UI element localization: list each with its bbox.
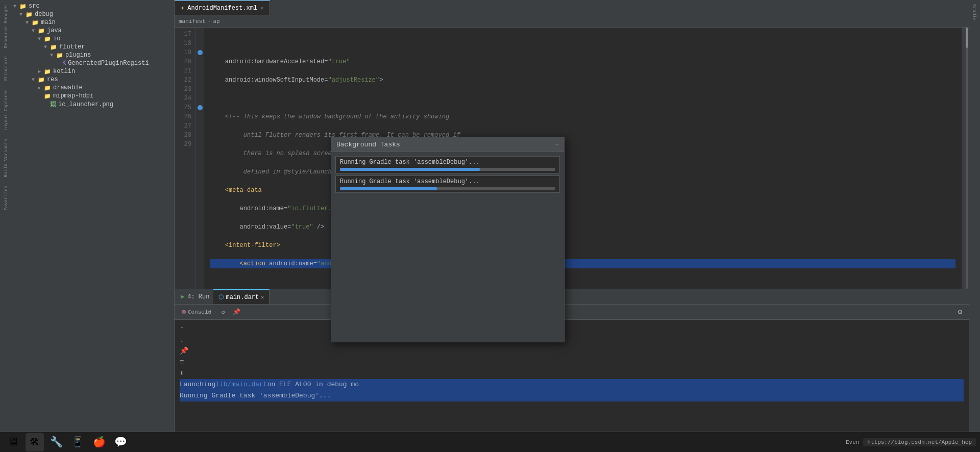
tree-item-kotlin[interactable]: ▶ 📁 kotlin <box>11 67 174 76</box>
folder-icon-res: 📁 <box>38 77 45 83</box>
tree-label-kotlin: kotlin <box>53 68 75 75</box>
tree-label-res: res <box>47 76 58 83</box>
editor-tabs-bar: ✦ AndroidManifest.xml ✕ <box>175 0 969 15</box>
tree-item-src[interactable]: ▼ 📁 src <box>11 2 174 10</box>
code-line-18: android:hardwareAccelerated="true" <box>210 57 955 66</box>
tree-item-java[interactable]: ▼ 📁 java <box>11 27 174 35</box>
run-tab-close[interactable]: ✕ <box>261 294 264 300</box>
run-tab-main-dart[interactable]: ⬡ main.dart ✕ <box>213 289 270 304</box>
tree-item-main[interactable]: ▼ 📁 main <box>11 18 174 27</box>
editor-tab-close[interactable]: ✕ <box>260 5 263 11</box>
code-line-17 <box>210 39 955 48</box>
tree-item-generated[interactable]: K GeneratedPluginRegisti <box>11 59 174 67</box>
scroll-gutter <box>962 28 969 289</box>
tree-item-io[interactable]: ▼ 📁 io <box>11 35 174 43</box>
run-panel: ▶ 4: Run ⬡ main.dart ✕ ■ ⬡ Console <box>175 289 969 440</box>
tree-item-drawable[interactable]: ▶ 📁 drawable <box>11 84 174 92</box>
tree-label-debug: debug <box>35 11 53 18</box>
rerun-button[interactable]: ⚡ <box>204 307 215 318</box>
editor-tab-manifest[interactable]: ✦ AndroidManifest.xml ✕ <box>175 0 270 15</box>
modal-close-button[interactable]: − <box>555 140 559 148</box>
tree-label-generated: GeneratedPluginRegisti <box>68 60 149 67</box>
modal-body: Running Gradle task 'assembleDebug'... R… <box>331 152 564 199</box>
editor-tab-manifest-label: AndroidManifest.xml <box>187 5 257 12</box>
tree-arrow-src: ▼ <box>13 4 19 9</box>
code-line-22: until Flutter renders its first frame. I… <box>210 131 955 140</box>
tree-label-java: java <box>47 27 62 34</box>
run-label: ▶ 4: Run <box>177 289 213 304</box>
taskbar-app4[interactable]: 🍎 <box>90 433 108 451</box>
console-list: ≡ <box>180 357 964 368</box>
tree-item-flutter[interactable]: ▼ 📁 flutter <box>11 43 174 51</box>
side-panel-gradle[interactable]: Gradle <box>969 0 980 24</box>
code-line-28: <intent-filter> <box>210 241 955 250</box>
tree-item-res[interactable]: ▼ 📁 res <box>11 76 174 84</box>
tree-item-debug[interactable]: ▼ 📁 debug <box>11 10 174 18</box>
console-tab[interactable]: ⬡ Console <box>191 307 202 318</box>
run-console: ↑ ↓ 📌 ≡ ⬇ Launching <box>175 320 969 440</box>
background-tasks-dialog[interactable]: Background Tasks − Running Gradle task '… <box>331 137 565 342</box>
tree-arrow-kotlin: ▶ <box>38 68 44 74</box>
tree-label-io: io <box>53 35 60 42</box>
tree-label-mipmap: mipmap-hdpi <box>53 92 93 99</box>
taskbar-app2[interactable]: 🔧 <box>47 433 65 451</box>
tree-item-ic-launcher[interactable]: 🖼 ic_launcher.png <box>11 100 174 109</box>
folder-icon-plugins: 📁 <box>56 52 63 59</box>
run-tabs-bar: ▶ 4: Run ⬡ main.dart ✕ <box>175 289 969 305</box>
tree-arrow-drawable: ▶ <box>38 85 44 91</box>
gutter-markers <box>196 28 204 289</box>
taskbar-items: 🖥 🛠 🔧 📱 🍎 💬 <box>4 433 130 451</box>
folder-icon-debug: 📁 <box>26 11 33 18</box>
run-text: 4: Run <box>187 293 209 300</box>
breadcrumb-sep1: › <box>208 18 211 24</box>
settings-gear-icon[interactable]: ⚙ <box>954 307 966 318</box>
launch-link[interactable]: lib/main.dart <box>215 379 267 390</box>
kotlin-icon-generated: K <box>62 60 66 67</box>
taskbar: 🖥 🛠 🔧 📱 🍎 💬 Even https://blog.csdn.net/A… <box>0 432 980 452</box>
taskbar-app5[interactable]: 💬 <box>111 433 130 451</box>
tree-label-src: src <box>29 3 40 10</box>
tree-arrow-java: ▼ <box>32 28 38 34</box>
console-arrow-up: ↑ <box>180 323 964 334</box>
download-icon: ⬇ <box>180 368 184 379</box>
right-side-tabs: Gradle <box>969 0 980 440</box>
code-editor[interactable]: 17 18 19 20 21 22 23 24 25 26 27 28 29 <box>175 28 969 289</box>
taskbar-finder[interactable]: 🖥 <box>4 433 22 451</box>
progress-bar-outer-1 <box>340 168 555 171</box>
code-line-25: <meta-data <box>210 186 955 195</box>
run-toolbar: ■ ⬡ Console ⚡ ↺ 📌 ⚙ <box>175 305 969 320</box>
tree-item-plugins[interactable]: ▼ 📁 plugins <box>11 51 174 59</box>
folder-icon-flutter: 📁 <box>50 44 57 51</box>
down-arrow-icon: ↓ <box>180 334 184 345</box>
folder-icon-io: 📁 <box>44 36 51 42</box>
side-panel-resource-manager[interactable]: Resource Manager <box>0 0 11 52</box>
side-panel-structure[interactable]: Structure <box>0 52 11 85</box>
code-line-29: <action android:name="android.intent.act… <box>210 259 955 268</box>
breadcrumb-manifest[interactable]: manifest <box>179 18 206 24</box>
side-panel-build-variants[interactable]: Build Variants <box>0 135 11 182</box>
launch-rest: on ELE AL00 in debug mo <box>267 379 359 390</box>
side-panel-favorites[interactable]: Favorites <box>0 182 11 215</box>
launch-text: Launching <box>180 379 215 390</box>
console-gradle-line: Running Gradle task 'assembleDebug'... <box>180 390 964 401</box>
editor-run-column: ✦ AndroidManifest.xml ✕ manifest › ap 17… <box>175 0 969 440</box>
tree-arrow-io: ▼ <box>38 36 44 42</box>
tree-label-drawable: drawable <box>53 84 83 91</box>
tree-item-mipmap[interactable]: 📁 mipmap-hdpi <box>11 92 174 100</box>
tree-label-flutter: flutter <box>59 43 85 51</box>
up-arrow-icon: ↑ <box>180 323 184 334</box>
side-panel-layout-captures[interactable]: Layout Captures <box>0 85 11 135</box>
task-text-2: Running Gradle task 'assembleDebug'... <box>340 178 555 185</box>
refresh-button[interactable]: ↺ <box>217 307 229 318</box>
dart-tab-icon: ⬡ <box>218 293 224 301</box>
code-line-21: <!-- This keeps the window background of… <box>210 112 955 121</box>
pin-icon: 📌 <box>180 345 188 357</box>
taskbar-app1[interactable]: 🛠 <box>26 433 44 451</box>
modal-header[interactable]: Background Tasks − <box>331 137 564 152</box>
taskbar-app3[interactable]: 📱 <box>68 433 87 451</box>
breadcrumb-ap[interactable]: ap <box>213 18 219 24</box>
pin-button[interactable]: 📌 <box>231 307 242 318</box>
code-line-19: android:windowSoftInputMode="adjustResiz… <box>210 76 955 85</box>
console-launch-line: Launching lib/main.dart on ELE AL00 in d… <box>180 379 964 390</box>
xml-file-icon: ✦ <box>181 4 184 12</box>
